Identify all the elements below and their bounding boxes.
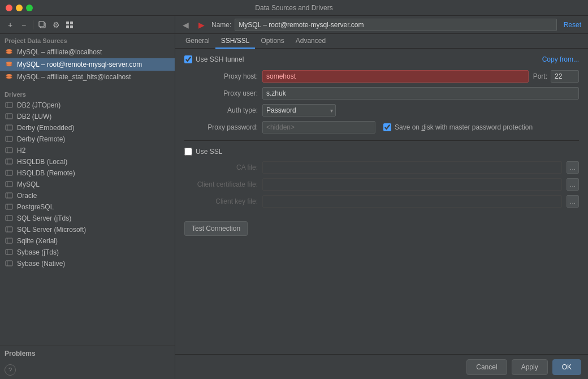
client-key-label: Client key file: xyxy=(184,197,258,205)
add-datasource-button[interactable]: + xyxy=(5,19,16,31)
client-key-input[interactable] xyxy=(262,195,562,208)
name-input[interactable] xyxy=(235,19,556,31)
tab-advanced[interactable]: Advanced xyxy=(290,34,331,49)
svg-rect-11 xyxy=(6,114,12,119)
save-on-disk-label: Save on disk with master password protec… xyxy=(395,123,533,131)
sidebar-toolbar: + − ⚙ xyxy=(0,16,175,34)
client-key-browse-button[interactable]: … xyxy=(567,195,579,208)
project-data-sources-label: Project Data Sources xyxy=(0,34,175,46)
sidebar-item-mysql-affiliate-stat[interactable]: MySQL – affiliate_stat_hits@localhost xyxy=(0,71,175,83)
window-title: Data Sources and Drivers xyxy=(255,4,332,12)
use-ssh-checkbox[interactable] xyxy=(184,55,192,63)
driver-item-label: Sybase (jTds) xyxy=(17,248,59,256)
port-label: Port: xyxy=(533,72,547,80)
proxy-user-label: Proxy user: xyxy=(184,89,258,97)
svg-rect-21 xyxy=(6,170,12,175)
ca-file-input[interactable] xyxy=(262,161,562,174)
close-button[interactable] xyxy=(6,5,12,11)
driver-item-postgresql[interactable]: PostgreSQL xyxy=(0,201,175,213)
port-input[interactable] xyxy=(551,70,579,83)
apply-button[interactable]: Apply xyxy=(512,359,548,375)
test-connection-button[interactable]: Test Connection xyxy=(184,221,248,236)
tab-options[interactable]: Options xyxy=(255,34,289,49)
proxy-password-input[interactable] xyxy=(262,121,375,133)
use-ssl-checkbox[interactable] xyxy=(184,148,192,156)
client-cert-input[interactable] xyxy=(262,178,562,191)
svg-rect-31 xyxy=(6,227,12,232)
sidebar-item-label: MySQL – affiliate_stat_hits@localhost xyxy=(17,73,131,81)
copy-from-button[interactable]: Copy from... xyxy=(542,55,579,63)
forward-button[interactable]: ▶ xyxy=(196,19,207,31)
auth-type-select[interactable]: Password Key pair (OpenSSH or PuTTY) Ope… xyxy=(262,104,336,117)
name-label: Name: xyxy=(211,21,231,29)
svg-rect-33 xyxy=(6,238,12,243)
client-cert-browse-button[interactable]: … xyxy=(567,178,579,191)
driver-item-label: SQL Server (jTds) xyxy=(17,214,71,222)
driver-item-h2[interactable]: H2 xyxy=(0,145,175,156)
tabs-row: General SSH/SSL Options Advanced xyxy=(175,34,588,49)
proxy-user-input[interactable] xyxy=(262,87,579,100)
save-on-disk-row: Save on disk with master password protec… xyxy=(383,123,533,131)
driver-item-label: Sybase (Native) xyxy=(17,260,65,268)
maximize-button[interactable] xyxy=(26,5,33,11)
proxy-host-row: Proxy host: Port: xyxy=(184,70,579,83)
driver-item-label: DB2 (LUW) xyxy=(17,113,51,120)
ca-file-label: CA file: xyxy=(184,163,258,171)
problems-label[interactable]: Problems xyxy=(0,346,175,361)
sidebar: + − ⚙ Project Data Sources xyxy=(0,16,175,379)
svg-rect-17 xyxy=(6,148,12,153)
driver-item-db2-luw[interactable]: DB2 (LUW) xyxy=(0,111,175,122)
copy-datasource-button[interactable] xyxy=(37,19,48,31)
driver-item-hsqldb-local[interactable]: HSQLDB (Local) xyxy=(0,156,175,167)
svg-rect-35 xyxy=(6,249,12,255)
driver-item-label: DB2 (JTOpen) xyxy=(17,101,60,109)
svg-rect-9 xyxy=(6,102,12,107)
driver-icon xyxy=(5,191,14,200)
sidebar-item-mysql-affiliate[interactable]: MySQL – affiliate@localhost xyxy=(0,46,175,58)
ok-button[interactable]: OK xyxy=(552,359,581,375)
driver-item-sybase-native[interactable]: Sybase (Native) xyxy=(0,258,175,269)
use-ssl-label: Use SSL xyxy=(196,148,222,156)
ssh-section-header: Use SSH tunnel Copy from... xyxy=(184,55,579,63)
driver-item-sybase-jtds[interactable]: Sybase (jTds) xyxy=(0,247,175,258)
proxy-password-label: Proxy password: xyxy=(184,123,258,131)
driver-icon xyxy=(5,112,14,121)
driver-icon xyxy=(5,157,14,166)
driver-item-oracle[interactable]: Oracle xyxy=(0,190,175,201)
driver-item-sql-server-ms[interactable]: SQL Server (Microsoft) xyxy=(0,224,175,235)
tab-general[interactable]: General xyxy=(180,34,215,49)
driver-item-mysql[interactable]: MySQL xyxy=(0,179,175,190)
use-ssl-row: Use SSL xyxy=(184,148,579,156)
driver-icon xyxy=(5,123,14,132)
svg-rect-19 xyxy=(6,159,12,164)
sidebar-bottom: Problems ? xyxy=(0,346,175,379)
driver-item-label: MySQL xyxy=(17,180,40,188)
driver-item-label: H2 xyxy=(17,147,25,154)
settings-button[interactable]: ⚙ xyxy=(50,19,62,31)
driver-item-derby-remote[interactable]: Derby (Remote) xyxy=(0,133,175,145)
auth-type-row: Auth type: Password Key pair (OpenSSH or… xyxy=(184,104,579,117)
driver-icon xyxy=(5,225,14,234)
remove-datasource-button[interactable]: − xyxy=(18,19,29,31)
more-button[interactable] xyxy=(64,19,75,31)
reset-button[interactable]: Reset xyxy=(561,20,583,30)
driver-item-sqlite-xerial[interactable]: Sqlite (Xerial) xyxy=(0,235,175,247)
ca-file-browse-button[interactable]: … xyxy=(567,161,579,174)
sidebar-item-mysql-root-remote[interactable]: MySQL – root@remote-mysql-server.com xyxy=(0,58,175,71)
proxy-host-input[interactable] xyxy=(262,70,529,83)
driver-item-derby-embedded[interactable]: Derby (Embedded) xyxy=(0,122,175,133)
toolbar-separator xyxy=(33,20,33,29)
help-icon[interactable]: ? xyxy=(5,364,16,376)
tab-ssh-ssl[interactable]: SSH/SSL xyxy=(215,34,256,49)
driver-item-sql-server-jtds[interactable]: SQL Server (jTds) xyxy=(0,213,175,224)
save-on-disk-checkbox[interactable] xyxy=(383,123,391,131)
driver-icon xyxy=(5,203,14,212)
driver-item-db2-jt[interactable]: DB2 (JTOpen) xyxy=(0,100,175,111)
minimize-button[interactable] xyxy=(16,5,23,11)
cancel-button[interactable]: Cancel xyxy=(466,359,507,375)
driver-item-hsqldb-remote[interactable]: HSQLDB (Remote) xyxy=(0,167,175,179)
svg-rect-23 xyxy=(6,182,12,187)
client-cert-label: Client certificate file: xyxy=(184,180,258,188)
back-button[interactable]: ◀ xyxy=(180,19,191,31)
svg-rect-2 xyxy=(66,21,69,24)
